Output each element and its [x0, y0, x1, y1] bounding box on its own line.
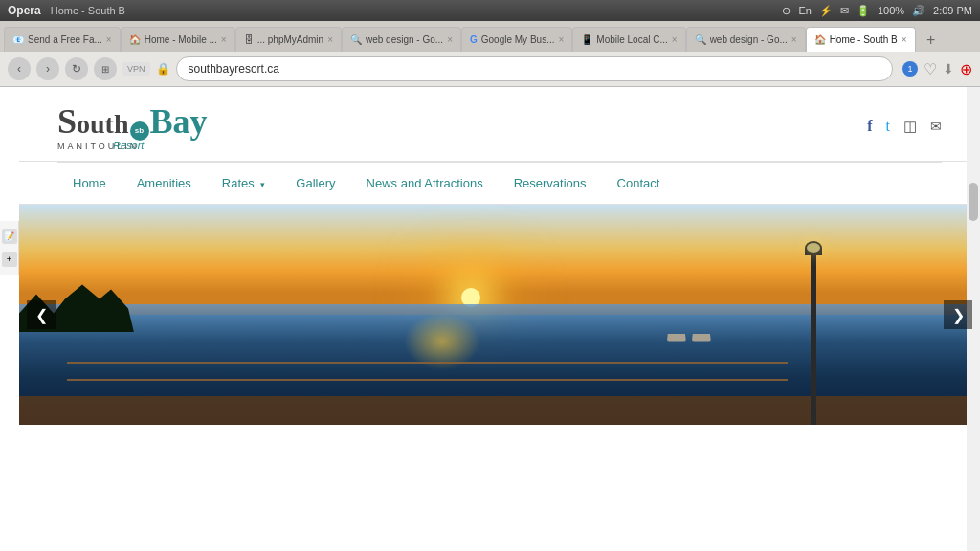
tab-1-close[interactable]: × — [106, 34, 112, 45]
back-button[interactable]: ‹ — [8, 57, 31, 80]
email-link[interactable]: ✉ — [930, 119, 942, 134]
tab-7[interactable]: 🔍 web design - Go... × — [686, 27, 806, 52]
nav-item-rates[interactable]: Rates ▾ — [207, 163, 281, 204]
facebook-link[interactable]: f — [867, 118, 872, 135]
note-btn-2[interactable]: + — [2, 252, 17, 267]
tab-5-title: Google My Bus... — [481, 34, 555, 45]
tab-7-title: web design - Go... — [710, 34, 788, 45]
heart-icon[interactable]: ♡ — [924, 60, 937, 78]
nav-item-amenities[interactable]: Amenities — [122, 163, 207, 204]
tab-8-favicon: 🏠 — [814, 34, 826, 45]
nav-item-gallery[interactable]: Gallery — [280, 163, 350, 204]
window-title: Home - South B — [51, 5, 125, 16]
hero-railing — [67, 362, 788, 381]
battery-icon: 🔋 — [857, 5, 870, 17]
battery-percent: 100% — [878, 5, 904, 16]
logo-badge: sb — [130, 121, 149, 141]
vpn-badge: VPN — [122, 62, 150, 76]
tab-4-title: web design - Go... — [366, 34, 443, 45]
tab-5-favicon: G — [470, 34, 478, 45]
tab-2-title: Home - Mobile ... — [145, 34, 217, 45]
tab-1-title: Send a Free Fa... — [28, 34, 102, 45]
tab-5[interactable]: G Google My Bus... × — [461, 27, 572, 52]
tab-6-title: Mobile Local C... — [596, 34, 667, 45]
download-icon[interactable]: ⬇ — [943, 61, 954, 77]
home-button[interactable]: ⊞ — [94, 57, 117, 80]
site-nav: Home Amenities Rates ▾ Gallery News and … — [19, 163, 980, 205]
nav-item-home[interactable]: Home — [57, 163, 122, 204]
hero-dock — [19, 396, 980, 425]
nav-link-news[interactable]: News and Attractions — [351, 163, 499, 204]
lock-icon: 🔒 — [156, 62, 170, 76]
tab-2[interactable]: 🏠 Home - Mobile ... × — [121, 27, 235, 52]
browser-chrome: 📧 Send a Free Fa... × 🏠 Home - Mobile ..… — [0, 21, 980, 87]
logo-bay: Bay — [150, 101, 208, 142]
logo-wrapper: South sb Bay MANITOULIN Resort — [57, 101, 208, 151]
tab-2-favicon: 🏠 — [129, 34, 141, 45]
bluetooth-icon: ⚡ — [819, 5, 833, 17]
tab-4[interactable]: 🔍 web design - Go... × — [342, 27, 461, 52]
carousel-next-button[interactable]: ❯ — [944, 300, 972, 329]
tab-4-close[interactable]: × — [447, 34, 453, 45]
carousel-prev-button[interactable]: ❮ — [27, 300, 56, 329]
site-header: South sb Bay MANITOULIN Resort f t ◫ ✉ — [19, 87, 980, 162]
nav-link-home[interactable]: Home — [57, 163, 122, 204]
note-btn-1[interactable]: 📝 — [2, 229, 17, 244]
nav-link-amenities[interactable]: Amenities — [122, 163, 207, 204]
tab-5-close[interactable]: × — [558, 34, 564, 45]
tab-1[interactable]: 📧 Send a Free Fa... × — [4, 27, 121, 52]
twitter-link[interactable]: t — [886, 118, 890, 135]
logo-south: South — [57, 101, 129, 142]
tab-7-close[interactable]: × — [791, 34, 797, 45]
wifi-icon: ⊙ — [782, 5, 791, 17]
hero-lamp — [811, 249, 816, 425]
bookmark-count: 1 — [902, 61, 918, 77]
sidebar-note: 📝 + — [0, 221, 19, 275]
browser-icons: 1 ♡ ⬇ ⊕ — [902, 60, 972, 78]
refresh-button[interactable]: ↻ — [65, 57, 88, 80]
instagram-link[interactable]: ◫ — [903, 118, 917, 135]
nav-item-contact[interactable]: Contact — [602, 163, 676, 204]
tab-3[interactable]: 🗄 ... phpMyAdmin × — [235, 27, 342, 52]
keyboard-lang: En — [798, 5, 811, 16]
nav-item-reservations[interactable]: Reservations — [499, 163, 602, 204]
tab-6-favicon: 📱 — [581, 34, 592, 45]
hero-boats — [667, 334, 711, 342]
hero-section: ❮ ❯ — [19, 205, 980, 425]
tab-8-title: Home - South B — [830, 34, 898, 45]
tab-7-favicon: 🔍 — [695, 34, 706, 45]
nav-link-rates[interactable]: Rates ▾ — [207, 163, 281, 204]
os-titlebar: Opera Home - South B ⊙ En ⚡ ✉ 🔋 100% 🔊 2… — [0, 0, 980, 21]
tab-1-favicon: 📧 — [12, 34, 24, 45]
logo-resort: Resort — [113, 140, 208, 151]
tab-6-close[interactable]: × — [672, 34, 678, 45]
tab-bar: 📧 Send a Free Fa... × 🏠 Home - Mobile ..… — [0, 21, 980, 52]
site-content: South sb Bay MANITOULIN Resort f t ◫ ✉ — [19, 87, 980, 551]
hero-sky — [19, 205, 980, 315]
tab-3-close[interactable]: × — [327, 34, 333, 45]
app-name: Opera — [8, 4, 41, 17]
nav-link-contact[interactable]: Contact — [602, 163, 676, 204]
tab-8[interactable]: 🏠 Home - South B × — [806, 27, 916, 52]
scrollbar-thumb[interactable] — [969, 183, 978, 221]
hero-boat-2 — [692, 334, 711, 342]
nav-link-gallery[interactable]: Gallery — [280, 163, 350, 204]
tab-3-title: ... phpMyAdmin — [257, 34, 323, 45]
nav-link-reservations[interactable]: Reservations — [499, 163, 602, 204]
tab-6[interactable]: 📱 Mobile Local C... × — [572, 27, 685, 52]
rates-dropdown-arrow: ▾ — [260, 180, 265, 189]
social-icons: f t ◫ ✉ — [867, 118, 942, 135]
volume-icon: 🔊 — [912, 5, 925, 17]
tab-2-close[interactable]: × — [221, 34, 227, 45]
logo-badge-container: sb — [129, 121, 150, 141]
new-tab-button[interactable]: + — [920, 29, 943, 52]
address-bar[interactable] — [176, 56, 893, 81]
hero-image — [19, 205, 980, 425]
status-icons: ⊙ En ⚡ ✉ 🔋 100% 🔊 2:09 PM — [782, 5, 972, 17]
tab-8-close[interactable]: × — [902, 34, 907, 45]
nav-item-news[interactable]: News and Attractions — [351, 163, 499, 204]
forward-button[interactable]: › — [36, 57, 59, 80]
logo-line2: South sb Bay — [57, 101, 208, 142]
tab-4-favicon: 🔍 — [350, 34, 362, 45]
opera-icon[interactable]: ⊕ — [960, 60, 972, 78]
